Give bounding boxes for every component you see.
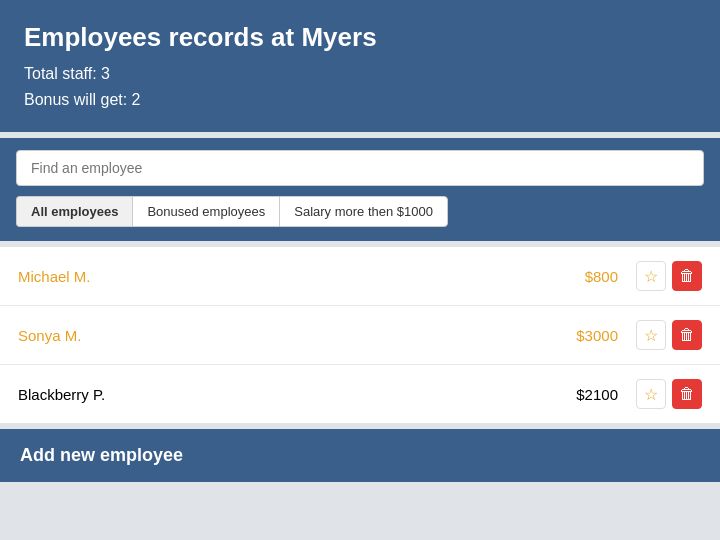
filter-bonused-button[interactable]: Bonused employees: [132, 196, 279, 227]
page-title: Employees records at Myers: [24, 22, 696, 53]
add-employee-section: Add new employee: [0, 429, 720, 482]
delete-button[interactable]: 🗑: [672, 379, 702, 409]
search-input[interactable]: [16, 150, 704, 186]
bonus-count: Bonus will get: 2: [24, 87, 696, 113]
table-row: Michael M. $800 ☆ 🗑: [0, 247, 720, 306]
delete-button[interactable]: 🗑: [672, 320, 702, 350]
filter-button-group: All employees Bonused employees Salary m…: [16, 196, 704, 227]
table-row: Sonya M. $3000 ☆ 🗑: [0, 306, 720, 365]
row-actions: ☆ 🗑: [636, 379, 702, 409]
employee-salary: $800: [538, 268, 618, 285]
employee-name: Sonya M.: [18, 327, 538, 344]
row-actions: ☆ 🗑: [636, 261, 702, 291]
header-section: Employees records at Myers Total staff: …: [0, 0, 720, 132]
employee-name: Michael M.: [18, 268, 538, 285]
total-staff: Total staff: 3: [24, 61, 696, 87]
edit-button[interactable]: ☆: [636, 261, 666, 291]
edit-button[interactable]: ☆: [636, 379, 666, 409]
edit-button[interactable]: ☆: [636, 320, 666, 350]
row-actions: ☆ 🗑: [636, 320, 702, 350]
employee-salary: $3000: [538, 327, 618, 344]
table-row: Blackberry P. $2100 ☆ 🗑: [0, 365, 720, 423]
employee-name: Blackberry P.: [18, 386, 538, 403]
filter-section: All employees Bonused employees Salary m…: [0, 138, 720, 241]
employee-list: Michael M. $800 ☆ 🗑 Sonya M. $3000 ☆ 🗑 B…: [0, 247, 720, 423]
filter-all-button[interactable]: All employees: [16, 196, 132, 227]
employee-salary: $2100: [538, 386, 618, 403]
filter-salary-button[interactable]: Salary more then $1000: [279, 196, 448, 227]
add-section-title: Add new employee: [20, 445, 700, 466]
delete-button[interactable]: 🗑: [672, 261, 702, 291]
